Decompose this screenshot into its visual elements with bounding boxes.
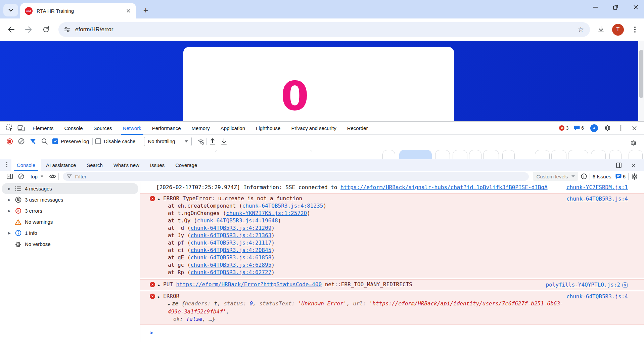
drawer-tab-issues[interactable]: Issues (145, 159, 170, 171)
console-message-info[interactable]: [2026-02-17T07:25:29.974Z] Information: … (140, 182, 644, 193)
browser-tab[interactable]: RTA RTA HR Training (20, 3, 136, 18)
network-filter-pill[interactable] (629, 150, 643, 159)
tab-elements[interactable]: Elements (27, 122, 59, 135)
console-filter-input[interactable]: Filter (63, 172, 529, 181)
network-filter-button[interactable] (27, 136, 39, 147)
drawer-menu-button[interactable] (2, 159, 11, 170)
clear-console-button[interactable] (15, 171, 27, 182)
minimize-button[interactable] (590, 2, 601, 12)
tab-network[interactable]: Network (118, 122, 147, 135)
tab-application[interactable]: Application (215, 122, 250, 135)
expand-arrow-icon[interactable]: ▶ (8, 209, 11, 213)
message-link[interactable]: https://eform/HRBack/signalr-hubs/chat?i… (340, 184, 548, 190)
network-filter-pill-active[interactable] (399, 150, 432, 159)
issues-count-badge[interactable]: 6 (574, 125, 584, 131)
export-har-button[interactable] (218, 136, 230, 147)
source-link[interactable]: polyfills-Y4QYPTLO.js:2 (546, 281, 628, 289)
reload-button[interactable] (40, 23, 52, 36)
expand-arrow-icon[interactable]: ▶ (158, 293, 160, 301)
tab-memory[interactable]: Memory (186, 122, 215, 135)
console-sidebar-toggle-button[interactable] (4, 171, 15, 182)
tab-console[interactable]: Console (59, 122, 88, 135)
network-filter-pill[interactable] (535, 150, 550, 159)
network-filter-pill[interactable] (568, 150, 588, 159)
dock-side-button[interactable] (613, 160, 625, 171)
issues-chat-icon[interactable] (615, 174, 622, 179)
devtools-close-button[interactable] (629, 123, 640, 133)
console-prompt[interactable]: > (140, 325, 644, 336)
clear-network-log-button[interactable] (15, 136, 27, 147)
drawer-tab-ai-assistance[interactable]: AI assistance (41, 159, 81, 171)
network-conditions-button[interactable] (195, 136, 206, 147)
log-levels-select[interactable]: Custom levels (533, 172, 578, 181)
url-text[interactable]: eform/HR/error (75, 26, 578, 33)
expand-arrow-icon[interactable]: ▶ (8, 198, 11, 202)
devtools-settings-button[interactable] (602, 123, 613, 133)
tab-performance[interactable]: Performance (147, 122, 186, 135)
site-settings-icon[interactable] (64, 26, 71, 33)
disable-cache-checkbox[interactable] (95, 138, 101, 144)
drawer-tab-search[interactable]: Search (81, 159, 108, 171)
stack-location-link[interactable]: chunk-64TQB5R3.js:4:21209 (190, 225, 271, 231)
network-filter-pill[interactable] (435, 150, 450, 159)
stack-location-link[interactable]: chunk-64TQB5R3.js:4:19648 (197, 217, 278, 224)
expand-arrow-icon[interactable]: ▶ (158, 196, 160, 203)
error-count-badge[interactable]: 3 (559, 125, 568, 131)
sidebar-item-errors[interactable]: ▶ 3 errors (0, 205, 140, 216)
close-window-button[interactable] (630, 2, 641, 12)
console-message-error-object[interactable]: ▶ ERROR chunk-64TQB5R3.js:4 ▶ze {headers… (140, 291, 644, 325)
sidebar-item-warnings[interactable]: No warnings (0, 216, 140, 227)
network-filter-pill[interactable] (551, 150, 566, 159)
drawer-tab-console[interactable]: Console (11, 159, 41, 171)
console-message-error-put[interactable]: ▶ PUT https://eform/HRBack/Error?httpSta… (140, 279, 644, 290)
source-link[interactable]: chunk-64TQB5R3.js:4 (566, 293, 628, 300)
expand-arrow-icon[interactable]: ▶ (158, 282, 160, 289)
inspect-element-button[interactable] (4, 123, 15, 133)
console-message-error-typeerror[interactable]: ▶ ERROR TypeError: u.create is not a fun… (140, 193, 644, 278)
ai-assistance-button[interactable] (588, 123, 600, 133)
sidebar-item-all-messages[interactable]: ▶ 4 messages (2, 183, 138, 194)
expand-arrow-icon[interactable]: ▶ (8, 231, 11, 235)
message-link[interactable]: https://eform/HRBack/Error?httpStatusCod… (176, 281, 322, 288)
network-filter-pill[interactable] (469, 150, 481, 159)
restore-button[interactable] (610, 2, 621, 12)
preserve-log-label[interactable]: Preserve log (61, 138, 89, 144)
expand-arrow-icon[interactable]: ▶ (168, 302, 170, 306)
tab-close-button[interactable] (125, 7, 132, 14)
network-filter-input[interactable] (215, 150, 312, 159)
initiator-icon[interactable] (622, 282, 628, 288)
tab-lighthouse[interactable]: Lighthouse (250, 122, 286, 135)
execution-context-select[interactable]: top (27, 174, 47, 179)
expand-arrow-icon[interactable]: ▶ (8, 187, 11, 190)
device-toolbar-button[interactable] (15, 123, 27, 133)
network-filter-pill[interactable] (609, 150, 622, 159)
downloads-button[interactable] (595, 23, 607, 36)
network-filter-pill[interactable] (382, 150, 395, 159)
forward-button[interactable] (22, 23, 35, 36)
stack-location-link[interactable]: chunk-64TQB5R3.js:4:21117 (190, 240, 271, 246)
issues-counter-label[interactable]: 6 Issues: (593, 174, 613, 179)
stack-location-link[interactable]: chunk-64TQB5R3.js:4:81235 (242, 203, 323, 209)
drawer-tab-whats-new[interactable]: What's new (108, 159, 145, 171)
page-scrollbar[interactable] (638, 41, 644, 121)
network-filter-pill[interactable] (502, 150, 515, 159)
sidebar-item-verbose[interactable]: No verbose (0, 239, 140, 250)
network-settings-button[interactable] (628, 137, 639, 148)
bookmark-star-icon[interactable]: ☆ (578, 26, 584, 34)
drawer-close-button[interactable] (628, 160, 639, 171)
disable-cache-label[interactable]: Disable cache (104, 138, 135, 144)
sidebar-item-info[interactable]: ▶ 1 info (0, 227, 140, 239)
network-search-button[interactable] (39, 136, 50, 147)
network-filter-pill[interactable] (453, 150, 467, 159)
stack-location-link[interactable]: chunk-64TQB5R3.js:4:21363 (190, 232, 271, 239)
import-har-button[interactable] (207, 136, 218, 147)
source-link[interactable]: chunk-YC7FSRDM.js:1 (566, 184, 628, 191)
network-filter-pill[interactable] (591, 150, 606, 159)
issues-counter-count[interactable]: 6 (623, 174, 626, 179)
tab-search-button[interactable] (3, 4, 18, 16)
back-button[interactable] (5, 23, 17, 36)
browser-menu-button[interactable] (629, 23, 641, 36)
network-filter-pill[interactable] (483, 150, 499, 159)
devtools-menu-button[interactable] (615, 123, 627, 133)
stack-location-link[interactable]: chunk-YKN2I7K5.js:1:25720 (226, 210, 307, 216)
